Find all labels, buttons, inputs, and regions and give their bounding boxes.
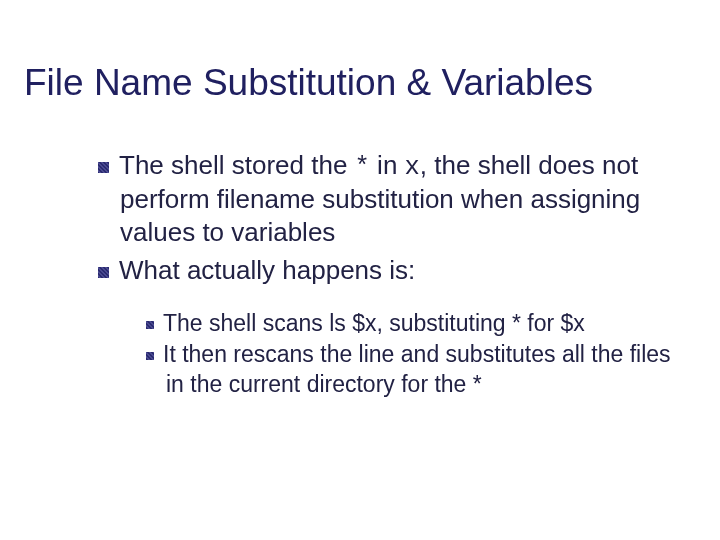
code-text: *: [355, 153, 370, 182]
sub-bullet-item-2: It then rescans the line and substitutes…: [146, 340, 690, 399]
bullet-text: What actually happens is:: [119, 255, 415, 285]
bullet-text: The shell stored the: [119, 150, 355, 180]
bullet-text: in: [370, 150, 405, 180]
bullet-item-2: What actually happens is:: [98, 254, 690, 287]
square-bullet-icon: [98, 162, 109, 173]
slide: File Name Substitution & Variables The s…: [0, 0, 720, 540]
slide-title: File Name Substitution & Variables: [0, 0, 720, 105]
code-text: x: [405, 153, 420, 182]
slide-body: The shell stored the * in x, the shell d…: [0, 105, 720, 400]
square-bullet-icon: [146, 352, 154, 360]
bullet-text: The shell scans ls $x, substituting * fo…: [163, 310, 585, 336]
square-bullet-icon: [146, 321, 154, 329]
bullet-text: It then rescans the line and substitutes…: [163, 341, 671, 396]
square-bullet-icon: [98, 267, 109, 278]
bullet-item-1: The shell stored the * in x, the shell d…: [98, 149, 690, 249]
sub-bullet-item-1: The shell scans ls $x, substituting * fo…: [146, 309, 690, 338]
